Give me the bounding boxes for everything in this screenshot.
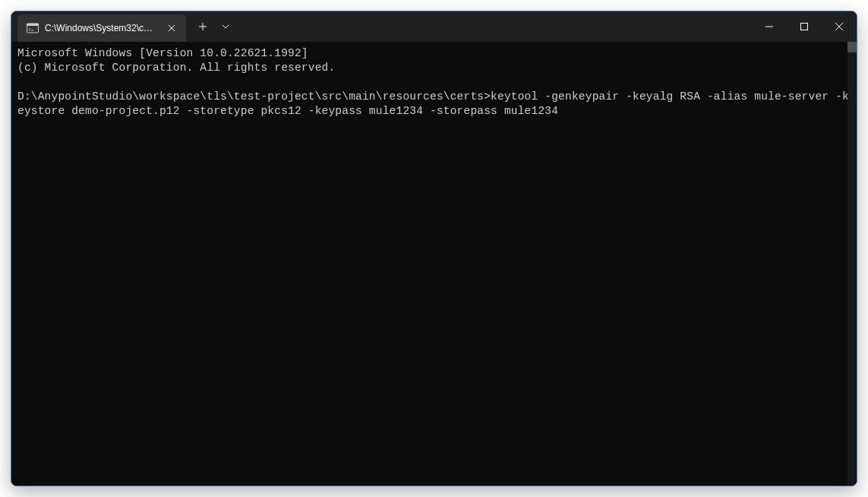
terminal-body[interactable]: Microsoft Windows [Version 10.0.22621.19… bbox=[11, 42, 857, 486]
copyright-line: (c) Microsoft Corporation. All rights re… bbox=[17, 62, 335, 74]
svg-rect-1 bbox=[27, 24, 39, 26]
new-tab-button[interactable] bbox=[191, 16, 215, 37]
version-line: Microsoft Windows [Version 10.0.22621.19… bbox=[17, 47, 308, 59]
scrollbar[interactable] bbox=[847, 42, 857, 486]
cmd-icon bbox=[27, 22, 39, 34]
svg-rect-8 bbox=[801, 24, 808, 30]
tab-close-button[interactable] bbox=[165, 21, 178, 35]
maximize-button[interactable] bbox=[787, 11, 822, 42]
tabs-area: C:\Windows\System32\cmd.e bbox=[11, 11, 236, 42]
scrollbar-thumb[interactable] bbox=[847, 42, 857, 52]
tab-title: C:\Windows\System32\cmd.e bbox=[45, 23, 159, 33]
tab-dropdown-button[interactable] bbox=[215, 16, 236, 37]
terminal-output: Microsoft Windows [Version 10.0.22621.19… bbox=[17, 46, 851, 119]
terminal-window: C:\Windows\System32\cmd.e bbox=[11, 11, 857, 486]
close-button[interactable] bbox=[822, 11, 857, 42]
titlebar: C:\Windows\System32\cmd.e bbox=[11, 11, 857, 42]
titlebar-drag-area[interactable] bbox=[236, 11, 752, 42]
prompt: D:\AnypointStudio\workspace\tls\test-pro… bbox=[17, 90, 491, 103]
tab-cmd[interactable]: C:\Windows\System32\cmd.e bbox=[17, 14, 186, 42]
window-controls bbox=[752, 11, 857, 42]
minimize-button[interactable] bbox=[752, 11, 787, 42]
